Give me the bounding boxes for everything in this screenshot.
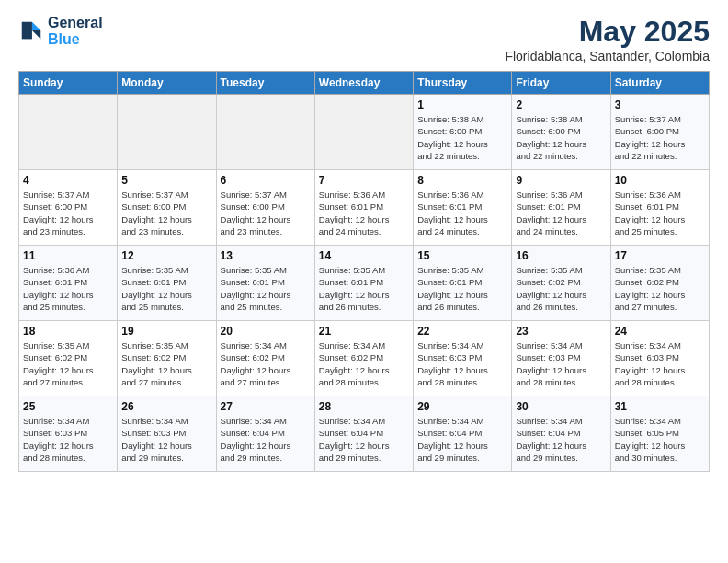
day-cell-8: 8Sunrise: 5:36 AM Sunset: 6:01 PM Daylig…: [414, 170, 512, 246]
day-number: 2: [516, 98, 606, 111]
day-cell-18: 18Sunrise: 5:35 AM Sunset: 6:02 PM Dayli…: [19, 321, 118, 396]
day-cell-17: 17Sunrise: 5:35 AM Sunset: 6:02 PM Dayli…: [610, 246, 709, 321]
day-info: Sunrise: 5:34 AM Sunset: 6:02 PM Dayligh…: [221, 339, 311, 388]
day-cell-22: 22Sunrise: 5:34 AM Sunset: 6:03 PM Dayli…: [414, 321, 512, 396]
day-number: 17: [615, 249, 705, 262]
day-cell-29: 29Sunrise: 5:34 AM Sunset: 6:04 PM Dayli…: [414, 396, 512, 472]
weekday-header-tuesday: Tuesday: [216, 72, 314, 95]
day-cell-4: 4Sunrise: 5:37 AM Sunset: 6:00 PM Daylig…: [19, 170, 118, 246]
day-info: Sunrise: 5:38 AM Sunset: 6:00 PM Dayligh…: [516, 113, 606, 162]
week-row-3: 11Sunrise: 5:36 AM Sunset: 6:01 PM Dayli…: [19, 246, 710, 321]
day-info: Sunrise: 5:36 AM Sunset: 6:01 PM Dayligh…: [23, 264, 113, 313]
day-number: 30: [516, 400, 606, 413]
day-number: 9: [516, 174, 606, 187]
empty-cell: [216, 95, 314, 170]
day-info: Sunrise: 5:34 AM Sunset: 6:04 PM Dayligh…: [221, 415, 311, 464]
day-number: 23: [516, 325, 606, 338]
weekday-row: SundayMondayTuesdayWednesdayThursdayFrid…: [19, 72, 710, 95]
location: Floridablanca, Santander, Colombia: [505, 49, 710, 63]
day-number: 3: [615, 98, 705, 111]
month-title: May 2025: [505, 15, 710, 49]
svg-marker-1: [32, 30, 40, 39]
day-cell-28: 28Sunrise: 5:34 AM Sunset: 6:04 PM Dayli…: [314, 396, 413, 472]
week-row-4: 18Sunrise: 5:35 AM Sunset: 6:02 PM Dayli…: [19, 321, 710, 396]
week-row-2: 4Sunrise: 5:37 AM Sunset: 6:00 PM Daylig…: [19, 170, 710, 246]
day-cell-13: 13Sunrise: 5:35 AM Sunset: 6:01 PM Dayli…: [216, 246, 314, 321]
day-number: 5: [121, 174, 211, 187]
day-info: Sunrise: 5:35 AM Sunset: 6:01 PM Dayligh…: [319, 264, 409, 313]
day-cell-21: 21Sunrise: 5:34 AM Sunset: 6:02 PM Dayli…: [314, 321, 413, 396]
day-number: 1: [417, 98, 507, 111]
day-number: 29: [417, 400, 507, 413]
day-info: Sunrise: 5:35 AM Sunset: 6:01 PM Dayligh…: [417, 264, 507, 313]
day-info: Sunrise: 5:38 AM Sunset: 6:00 PM Dayligh…: [417, 113, 507, 162]
calendar-header: SundayMondayTuesdayWednesdayThursdayFrid…: [19, 72, 710, 95]
day-info: Sunrise: 5:35 AM Sunset: 6:02 PM Dayligh…: [23, 339, 113, 388]
day-cell-9: 9Sunrise: 5:36 AM Sunset: 6:01 PM Daylig…: [512, 170, 610, 246]
day-info: Sunrise: 5:34 AM Sunset: 6:03 PM Dayligh…: [23, 415, 113, 464]
day-cell-15: 15Sunrise: 5:35 AM Sunset: 6:01 PM Dayli…: [414, 246, 512, 321]
day-number: 21: [319, 325, 409, 338]
week-row-5: 25Sunrise: 5:34 AM Sunset: 6:03 PM Dayli…: [19, 396, 710, 472]
weekday-header-friday: Friday: [512, 72, 610, 95]
svg-rect-2: [22, 21, 32, 39]
day-cell-3: 3Sunrise: 5:37 AM Sunset: 6:00 PM Daylig…: [610, 95, 709, 170]
empty-cell: [19, 95, 118, 170]
day-info: Sunrise: 5:36 AM Sunset: 6:01 PM Dayligh…: [319, 189, 409, 237]
calendar-body: 1Sunrise: 5:38 AM Sunset: 6:00 PM Daylig…: [19, 95, 710, 472]
day-number: 14: [319, 249, 409, 262]
day-number: 12: [121, 249, 211, 262]
logo: General Blue: [18, 15, 103, 47]
day-info: Sunrise: 5:37 AM Sunset: 6:00 PM Dayligh…: [23, 189, 113, 237]
day-number: 26: [121, 400, 211, 413]
page-header: General Blue May 2025 Floridablanca, San…: [18, 15, 710, 63]
day-info: Sunrise: 5:34 AM Sunset: 6:05 PM Dayligh…: [615, 415, 705, 464]
day-cell-19: 19Sunrise: 5:35 AM Sunset: 6:02 PM Dayli…: [118, 321, 216, 396]
day-cell-12: 12Sunrise: 5:35 AM Sunset: 6:01 PM Dayli…: [118, 246, 216, 321]
day-number: 7: [319, 174, 409, 187]
weekday-header-monday: Monday: [118, 72, 216, 95]
day-number: 25: [23, 400, 113, 413]
day-number: 28: [319, 400, 409, 413]
empty-cell: [118, 95, 216, 170]
day-info: Sunrise: 5:34 AM Sunset: 6:04 PM Dayligh…: [319, 415, 409, 464]
day-number: 20: [221, 325, 311, 338]
day-number: 6: [221, 174, 311, 187]
day-number: 4: [23, 174, 113, 187]
logo-icon: [18, 18, 44, 44]
day-cell-14: 14Sunrise: 5:35 AM Sunset: 6:01 PM Dayli…: [314, 246, 413, 321]
day-number: 24: [615, 325, 705, 338]
day-cell-1: 1Sunrise: 5:38 AM Sunset: 6:00 PM Daylig…: [414, 95, 512, 170]
day-info: Sunrise: 5:35 AM Sunset: 6:01 PM Dayligh…: [121, 264, 211, 313]
day-cell-16: 16Sunrise: 5:35 AM Sunset: 6:02 PM Dayli…: [512, 246, 610, 321]
day-info: Sunrise: 5:34 AM Sunset: 6:02 PM Dayligh…: [319, 339, 409, 388]
day-info: Sunrise: 5:34 AM Sunset: 6:03 PM Dayligh…: [121, 415, 211, 464]
day-number: 11: [23, 249, 113, 262]
day-info: Sunrise: 5:35 AM Sunset: 6:02 PM Dayligh…: [615, 264, 705, 313]
day-info: Sunrise: 5:34 AM Sunset: 6:03 PM Dayligh…: [615, 339, 705, 388]
day-cell-31: 31Sunrise: 5:34 AM Sunset: 6:05 PM Dayli…: [610, 396, 709, 472]
day-number: 27: [221, 400, 311, 413]
calendar-page: General Blue May 2025 Floridablanca, San…: [0, 0, 728, 563]
day-cell-10: 10Sunrise: 5:36 AM Sunset: 6:01 PM Dayli…: [610, 170, 709, 246]
day-cell-23: 23Sunrise: 5:34 AM Sunset: 6:03 PM Dayli…: [512, 321, 610, 396]
day-cell-20: 20Sunrise: 5:34 AM Sunset: 6:02 PM Dayli…: [216, 321, 314, 396]
day-number: 31: [615, 400, 705, 413]
logo-text: General Blue: [48, 15, 103, 47]
day-info: Sunrise: 5:34 AM Sunset: 6:03 PM Dayligh…: [516, 339, 606, 388]
day-number: 19: [121, 325, 211, 338]
day-info: Sunrise: 5:35 AM Sunset: 6:02 PM Dayligh…: [516, 264, 606, 313]
calendar-table: SundayMondayTuesdayWednesdayThursdayFrid…: [18, 71, 710, 472]
weekday-header-saturday: Saturday: [610, 72, 709, 95]
day-number: 13: [221, 249, 311, 262]
day-number: 15: [417, 249, 507, 262]
day-cell-30: 30Sunrise: 5:34 AM Sunset: 6:04 PM Dayli…: [512, 396, 610, 472]
day-info: Sunrise: 5:34 AM Sunset: 6:04 PM Dayligh…: [516, 415, 606, 464]
day-cell-5: 5Sunrise: 5:37 AM Sunset: 6:00 PM Daylig…: [118, 170, 216, 246]
day-cell-24: 24Sunrise: 5:34 AM Sunset: 6:03 PM Dayli…: [610, 321, 709, 396]
day-cell-6: 6Sunrise: 5:37 AM Sunset: 6:00 PM Daylig…: [216, 170, 314, 246]
day-info: Sunrise: 5:36 AM Sunset: 6:01 PM Dayligh…: [417, 189, 507, 237]
week-row-1: 1Sunrise: 5:38 AM Sunset: 6:00 PM Daylig…: [19, 95, 710, 170]
day-info: Sunrise: 5:37 AM Sunset: 6:00 PM Dayligh…: [615, 113, 705, 162]
weekday-header-thursday: Thursday: [414, 72, 512, 95]
